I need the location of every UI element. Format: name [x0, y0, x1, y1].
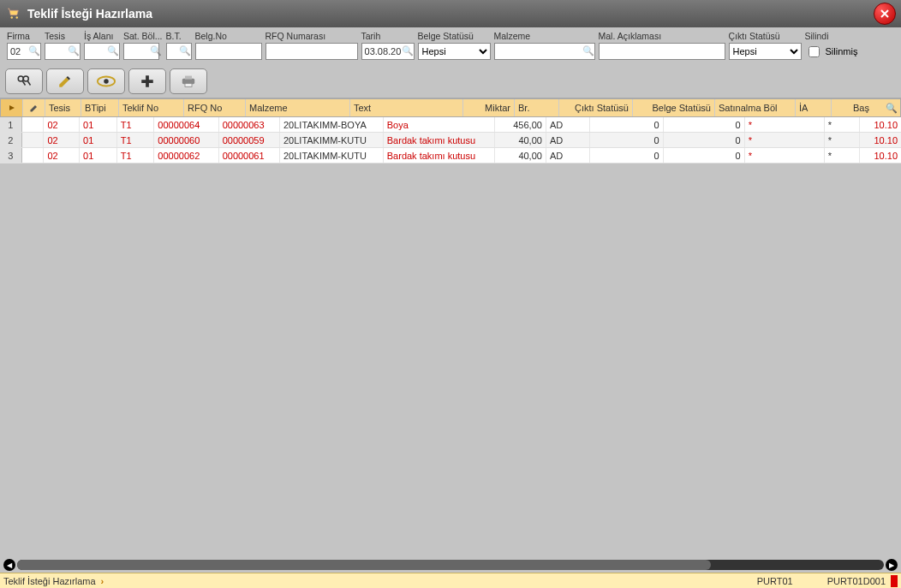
isalani-label: İş Alanı [84, 31, 120, 41]
ciktstat-select[interactable]: Hepsi [729, 43, 802, 60]
col-ia[interactable]: İA [796, 99, 832, 116]
cell-cstatus: 0 [590, 148, 663, 163]
cell-br: AD [546, 148, 591, 163]
svg-rect-9 [185, 76, 192, 80]
view-button[interactable] [87, 68, 125, 94]
cell-br: AD [546, 133, 591, 147]
cell-btipi: T1 [117, 148, 155, 163]
edit-cell [22, 133, 45, 147]
belstat-label: Belge Statüsü [418, 31, 491, 41]
svg-line-4 [23, 81, 26, 86]
cell-satin: * [745, 148, 825, 163]
satbol-input[interactable] [123, 43, 159, 60]
cell-bas: 10.10 [860, 133, 901, 147]
cell-teklifno: 00000062 [154, 148, 218, 163]
window-title: Teklif İsteği Hazırlama [27, 7, 874, 21]
chevron-right-icon: › [101, 576, 104, 586]
cell-teklifno: 00000060 [154, 133, 218, 147]
svg-line-5 [28, 81, 31, 86]
col-tesis[interactable]: Tesis [45, 99, 81, 116]
cell-tesis: 01 [80, 117, 117, 132]
col-br[interactable]: Br. [515, 99, 559, 116]
firma-input[interactable] [7, 43, 41, 60]
cell-text: Bardak takımı kutusu [384, 148, 496, 163]
add-button[interactable] [128, 68, 166, 94]
cell-tesis: 01 [80, 133, 117, 147]
tarih-input[interactable] [361, 43, 415, 60]
cell-tesis: 01 [80, 148, 117, 163]
table-row[interactable]: 1 02 01 T1 00000064 00000063 20LITAKIMM-… [0, 117, 901, 133]
cell-satin: * [745, 117, 825, 132]
scroll-right-icon[interactable]: ▶ [886, 559, 898, 571]
col-btipi[interactable]: BTipi [81, 99, 119, 116]
col-satinalma[interactable]: Satınalma Böl [715, 99, 796, 116]
malzeme-input[interactable] [494, 43, 595, 60]
silindi-label: Silindi [805, 31, 858, 41]
svg-point-1 [16, 16, 18, 18]
status-indicator [891, 575, 898, 587]
cell-firma: 02 [44, 133, 80, 147]
cell-btipi: T1 [117, 117, 155, 132]
print-button[interactable] [170, 68, 207, 94]
tesis-input[interactable] [45, 43, 81, 60]
cell-miktar: 40,00 [495, 133, 546, 147]
edit-button[interactable] [46, 68, 84, 94]
bt-input[interactable] [166, 43, 192, 60]
table-row[interactable]: 3 02 01 T1 00000062 00000061 20LITAKIMM-… [0, 148, 901, 163]
corner-expand[interactable] [1, 99, 23, 116]
titlebar: Teklif İsteği Hazırlama [0, 0, 901, 27]
col-text[interactable]: Text [350, 99, 463, 116]
belstat-select[interactable]: Hepsi [418, 43, 491, 60]
close-button[interactable] [874, 3, 896, 25]
col-bas[interactable]: Baş [832, 99, 873, 116]
cell-ia: * [825, 133, 861, 147]
table-row[interactable]: 2 02 01 T1 00000060 00000059 20LITAKIMM-… [0, 133, 901, 148]
malacik-input[interactable] [599, 43, 725, 60]
svg-rect-10 [185, 83, 192, 86]
filter-bar: Firma 🔍 Tesis 🔍 İş Alanı 🔍 Sat. Böl... 🔍… [0, 27, 901, 65]
cell-teklifno: 00000064 [154, 117, 218, 132]
cell-miktar: 40,00 [495, 148, 546, 163]
cell-ia: * [825, 148, 861, 163]
cell-cstatus: 0 [590, 117, 663, 132]
cell-cstatus: 0 [590, 133, 663, 147]
status-code1: PURT01 [757, 576, 793, 586]
grid-body: 1 02 01 T1 00000064 00000063 20LITAKIMM-… [0, 117, 901, 557]
cell-malzeme: 20LITAKIMM-KUTU [280, 148, 384, 163]
col-miktar[interactable]: Miktar [463, 99, 515, 116]
grid-search-icon[interactable]: 🔍 [884, 100, 899, 116]
svg-point-0 [11, 16, 13, 18]
search-button[interactable] [5, 68, 43, 94]
horizontal-scrollbar[interactable]: ◀ ▶ [0, 557, 901, 573]
scroll-track[interactable] [17, 560, 884, 570]
col-rfqno[interactable]: RFQ No [184, 99, 246, 116]
edit-cell [22, 148, 45, 163]
cell-firma: 02 [44, 148, 80, 163]
col-malzeme[interactable]: Malzeme [246, 99, 350, 116]
malacik-label: Mal. Açıklaması [599, 31, 725, 41]
rfqno-input[interactable] [266, 43, 358, 60]
cell-malzeme: 20LITAKIMM-BOYA [280, 117, 384, 132]
svg-point-7 [104, 79, 109, 84]
col-belge-statusu[interactable]: Belge Statüsü [633, 99, 715, 116]
cell-rfqno: 00000063 [219, 117, 280, 132]
isalani-input[interactable] [84, 43, 120, 60]
svg-point-3 [23, 76, 28, 81]
cell-satin: * [745, 133, 825, 147]
ciktstat-label: Çıktı Statüsü [729, 31, 802, 41]
bt-label: B.T. [166, 31, 192, 41]
scroll-left-icon[interactable]: ◀ [3, 559, 15, 571]
grid-header: Tesis BTipi Teklif No RFQ No Malzeme Tex… [0, 98, 901, 117]
scroll-thumb[interactable] [17, 560, 711, 570]
grid: Tesis BTipi Teklif No RFQ No Malzeme Tex… [0, 98, 901, 573]
col-teklifno[interactable]: Teklif No [119, 99, 184, 116]
belgno-label: Belg.No [195, 31, 262, 41]
firma-label: Firma [7, 31, 41, 41]
silinmis-checkbox[interactable]: Silinmiş [805, 43, 858, 60]
cell-br: AD [546, 117, 591, 132]
cell-btipi: T1 [117, 133, 155, 147]
col-cikti-statusu[interactable]: Çıktı Statüsü [559, 99, 633, 116]
belgno-input[interactable] [195, 43, 262, 60]
edit-cell [22, 117, 45, 132]
cell-malzeme: 20LITAKIMM-KUTU [280, 133, 384, 147]
